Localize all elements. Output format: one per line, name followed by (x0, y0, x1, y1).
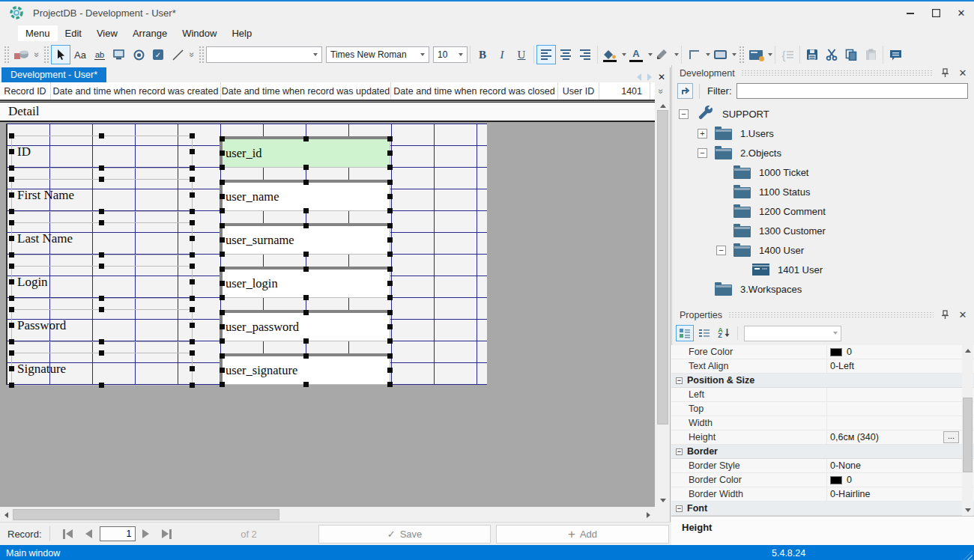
column-header[interactable]: Date and time when record was closed (391, 82, 558, 100)
property-category-position-size[interactable]: −Position & Size (671, 374, 974, 388)
tab-development-user[interactable]: Development - User* (1, 67, 106, 82)
scroll-up-icon[interactable] (962, 345, 973, 356)
bold-icon[interactable]: B (473, 45, 492, 64)
vertical-scrollbar[interactable] (656, 100, 669, 507)
sync-selection-icon[interactable] (677, 83, 693, 99)
tab-scroll-right-icon[interactable] (647, 73, 652, 81)
underline-icon[interactable]: U (512, 45, 531, 64)
selection-handle[interactable] (190, 177, 195, 182)
properties-scrollbar-thumb[interactable] (963, 398, 973, 472)
format-icon[interactable]: Aa (70, 45, 90, 64)
property-value[interactable] (827, 402, 974, 416)
selection-handle[interactable] (99, 383, 104, 388)
selection-handle[interactable] (220, 136, 225, 141)
selection-handle[interactable] (9, 220, 14, 225)
selection-handle[interactable] (99, 177, 104, 182)
font-color-icon[interactable]: A (626, 45, 646, 64)
selection-handle[interactable] (9, 236, 14, 241)
selection-handle[interactable] (220, 368, 225, 373)
selection-handle[interactable] (190, 236, 195, 241)
selection-handle[interactable] (220, 252, 225, 257)
field-textbox-user_signature[interactable]: user_signature (220, 353, 390, 385)
property-row-border-width[interactable]: Border Width0-Hairline (671, 487, 974, 502)
field-label-user_name[interactable]: First Name (11, 179, 193, 212)
select-cursor-icon[interactable] (51, 45, 70, 64)
monitor-icon[interactable] (109, 45, 129, 64)
selection-handle[interactable] (190, 209, 195, 214)
ellipsis-button[interactable]: ... (943, 431, 959, 443)
pin-icon[interactable] (938, 309, 952, 321)
tree-item-1401-user[interactable]: 1401 User (671, 260, 974, 279)
selection-handle[interactable] (99, 165, 104, 171)
selection-handle[interactable] (190, 323, 195, 328)
pin-icon[interactable] (938, 67, 952, 79)
selection-handle[interactable] (190, 383, 195, 388)
selection-handle[interactable] (190, 252, 195, 258)
save-icon[interactable] (802, 45, 822, 64)
braces-list-icon[interactable]: { (778, 45, 797, 64)
selection-handle[interactable] (190, 279, 195, 284)
align-right-icon[interactable] (575, 45, 595, 64)
selection-handle[interactable] (387, 136, 393, 141)
menu-menu[interactable]: Menu (18, 25, 58, 41)
paste-icon[interactable] (861, 45, 880, 64)
field-label-user_password[interactable]: Password (11, 309, 193, 342)
selection-handle[interactable] (190, 133, 195, 139)
sort-az-icon[interactable]: AZ (715, 325, 733, 341)
note-icon[interactable] (886, 45, 905, 64)
corner-icon[interactable] (684, 45, 704, 64)
property-row-height[interactable]: Height0,6см (340)... (671, 430, 974, 445)
collapse-icon[interactable]: − (698, 148, 707, 158)
radio-icon[interactable] (129, 45, 148, 64)
toolbar-grip[interactable] (199, 46, 204, 64)
property-object-combobox[interactable] (744, 326, 841, 341)
selection-handle[interactable] (190, 366, 195, 371)
previous-record-button[interactable] (80, 526, 98, 542)
selection-handle[interactable] (387, 252, 393, 257)
column-header[interactable]: Date and time when record was created (51, 82, 221, 100)
column-header[interactable]: User ID (558, 82, 599, 100)
selection-handle[interactable] (9, 209, 14, 214)
selection-handle[interactable] (99, 220, 104, 225)
property-row-border-style[interactable]: Border Style0-None (671, 459, 974, 473)
frame-dropdown-icon[interactable] (732, 53, 736, 56)
save-record-button[interactable]: ✓ Save (318, 525, 491, 544)
menu-arrange[interactable]: Arrange (125, 25, 175, 41)
design-canvas[interactable]: Detail IDuser_idFirst Nameuser_nameLast … (0, 100, 655, 507)
scroll-down-icon[interactable] (656, 494, 669, 507)
collapse-icon[interactable]: − (676, 505, 683, 512)
tab-scroll-left-icon[interactable] (637, 73, 641, 81)
selection-handle[interactable] (9, 279, 14, 284)
selection-handle[interactable] (9, 165, 14, 171)
property-value[interactable]: 0-Left (827, 359, 974, 373)
property-row-left[interactable]: Left (671, 388, 974, 402)
selection-handle[interactable] (303, 223, 309, 228)
properties-close-icon[interactable]: ✕ (956, 309, 970, 321)
property-row-top[interactable]: Top (671, 402, 974, 416)
selection-handle[interactable] (190, 264, 195, 269)
resize-grip[interactable] (964, 551, 973, 560)
selection-handle[interactable] (303, 295, 309, 300)
property-value[interactable] (827, 388, 974, 401)
selection-handle[interactable] (190, 192, 195, 198)
selection-handle[interactable] (220, 165, 225, 170)
first-record-button[interactable] (59, 526, 77, 542)
selection-handle[interactable] (220, 208, 225, 213)
field-label-user_id[interactable]: ID (11, 136, 193, 168)
selection-handle[interactable] (387, 368, 393, 373)
selection-handle[interactable] (9, 350, 14, 356)
design-grid[interactable]: IDuser_idFirst Nameuser_nameLast Nameuse… (6, 124, 487, 385)
form-badge-dropdown-icon[interactable] (768, 53, 772, 56)
selection-handle[interactable] (387, 310, 393, 315)
selection-handle[interactable] (387, 223, 393, 228)
selection-handle[interactable] (387, 267, 393, 272)
column-header[interactable]: 1401 (599, 82, 650, 100)
selection-handle[interactable] (99, 307, 104, 312)
property-row-text-align[interactable]: Text Align0-Left (671, 359, 974, 374)
selection-handle[interactable] (9, 133, 14, 139)
selection-handle[interactable] (220, 223, 225, 228)
selection-handle[interactable] (9, 192, 14, 198)
selection-handle[interactable] (220, 310, 225, 315)
selection-handle[interactable] (9, 323, 14, 328)
menu-help[interactable]: Help (224, 25, 259, 41)
